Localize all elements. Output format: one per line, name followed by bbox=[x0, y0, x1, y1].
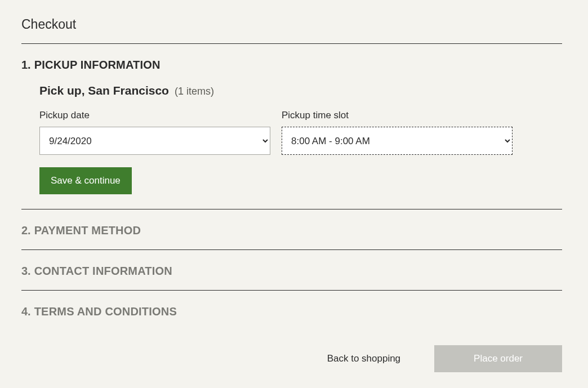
pickup-date-select[interactable]: 9/24/2020 bbox=[39, 127, 270, 155]
section-number: 2. bbox=[21, 224, 31, 237]
pickup-summary: Pick up, San Francisco (1 items) bbox=[39, 84, 562, 97]
section-title: PAYMENT METHOD bbox=[34, 224, 141, 237]
pickup-location: Pick up, San Francisco bbox=[39, 84, 169, 97]
section-contact-information: 3. CONTACT INFORMATION bbox=[21, 250, 562, 291]
pickup-slot-label: Pickup time slot bbox=[282, 110, 513, 121]
section-heading: 4. TERMS AND CONDITIONS bbox=[21, 305, 562, 318]
pickup-date-label: Pickup date bbox=[39, 110, 270, 121]
place-order-button[interactable]: Place order bbox=[434, 345, 562, 372]
section-body: Pick up, San Francisco (1 items) Pickup … bbox=[21, 72, 562, 209]
footer-actions: Back to shopping Place order bbox=[21, 318, 562, 372]
section-pickup-information: 1. PICKUP INFORMATION Pick up, San Franc… bbox=[21, 44, 562, 209]
pickup-fields-row: Pickup date 9/24/2020 Pickup time slot 8… bbox=[39, 110, 562, 155]
pickup-date-field: Pickup date 9/24/2020 bbox=[39, 110, 270, 155]
section-number: 4. bbox=[21, 305, 31, 318]
section-title: TERMS AND CONDITIONS bbox=[34, 305, 177, 318]
section-terms-and-conditions: 4. TERMS AND CONDITIONS bbox=[21, 291, 562, 318]
section-title: CONTACT INFORMATION bbox=[34, 265, 172, 278]
checkout-container: Checkout 1. PICKUP INFORMATION Pick up, … bbox=[21, 17, 562, 372]
section-heading: 1. PICKUP INFORMATION bbox=[21, 59, 562, 72]
section-number: 3. bbox=[21, 265, 31, 278]
back-to-shopping-link[interactable]: Back to shopping bbox=[327, 353, 400, 364]
section-heading: 3. CONTACT INFORMATION bbox=[21, 265, 562, 278]
section-heading: 2. PAYMENT METHOD bbox=[21, 224, 562, 237]
pickup-slot-field: Pickup time slot 8:00 AM - 9:00 AM bbox=[282, 110, 513, 155]
section-payment-method: 2. PAYMENT METHOD bbox=[21, 209, 562, 250]
save-continue-button[interactable]: Save & continue bbox=[39, 167, 132, 194]
page-title: Checkout bbox=[21, 17, 562, 43]
pickup-item-count: (1 items) bbox=[175, 86, 214, 97]
section-title: PICKUP INFORMATION bbox=[34, 59, 161, 72]
section-number: 1. bbox=[21, 59, 31, 72]
pickup-slot-select[interactable]: 8:00 AM - 9:00 AM bbox=[282, 127, 513, 155]
